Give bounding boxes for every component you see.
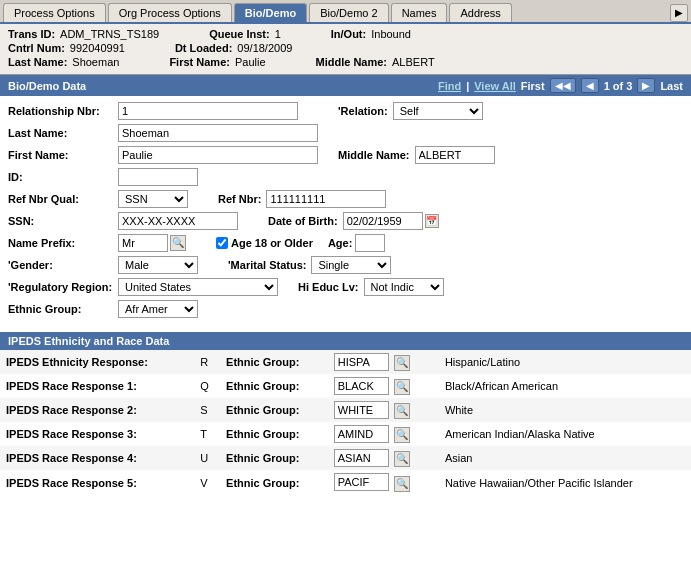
ipeds-search-icon[interactable]: 🔍 xyxy=(394,355,410,371)
gender-label: 'Gender: xyxy=(8,259,118,271)
middle-name-input[interactable] xyxy=(415,146,495,164)
ipeds-row: IPEDS Race Response 5: V Ethnic Group: 🔍… xyxy=(0,470,691,494)
id-input[interactable] xyxy=(118,168,198,186)
hi-educ-label: Hi Educ Lv: xyxy=(298,281,359,293)
tab-names[interactable]: Names xyxy=(391,3,448,22)
calendar-icon[interactable]: 📅 xyxy=(425,214,439,228)
dob-input[interactable] xyxy=(343,212,423,230)
ipeds-code: S xyxy=(194,398,220,422)
view-all-link[interactable]: View All xyxy=(474,80,516,92)
relation-select[interactable]: Self Spouse Dependent Other xyxy=(393,102,483,120)
tabs-bar: Process Options Org Process Options Bio/… xyxy=(0,0,691,24)
ipeds-code: R xyxy=(194,350,220,374)
ipeds-description: Asian xyxy=(439,446,691,470)
ipeds-eth-input[interactable] xyxy=(334,401,389,419)
ipeds-description: Black/African American xyxy=(439,374,691,398)
prev-nav-button[interactable]: ◀ xyxy=(581,78,599,93)
age18-container: Age 18 or Older Age: xyxy=(216,234,385,252)
bio-section-title: Bio/Demo Data xyxy=(8,80,86,92)
ethnic-group-row: Ethnic Group: Afr Amer White Hispanic As… xyxy=(8,300,683,318)
ipeds-search-icon[interactable]: 🔍 xyxy=(394,403,410,419)
ethnic-group-select[interactable]: Afr Amer White Hispanic Asian Other xyxy=(118,300,198,318)
ssn-label: SSN: xyxy=(8,215,118,227)
header-first-name-label: First Name: xyxy=(169,56,230,68)
ipeds-code: Q xyxy=(194,374,220,398)
relationship-nbr-input[interactable] xyxy=(118,102,298,120)
tab-org-process-options[interactable]: Org Process Options xyxy=(108,3,232,22)
header-first-name-value: Paulie xyxy=(235,56,266,68)
ipeds-search-icon[interactable]: 🔍 xyxy=(394,476,410,492)
gender-select[interactable]: Male Female xyxy=(118,256,198,274)
name-prefix-input[interactable] xyxy=(118,234,168,252)
first-name-input[interactable] xyxy=(118,146,318,164)
ipeds-eth-input[interactable] xyxy=(334,377,389,395)
tab-bio-demo-2[interactable]: Bio/Demo 2 xyxy=(309,3,388,22)
ipeds-search-icon[interactable]: 🔍 xyxy=(394,379,410,395)
hi-educ-select[interactable]: Not Indic High School Bachelor Master Do… xyxy=(364,278,444,296)
middle-name-label: Middle Name: xyxy=(338,149,410,161)
ipeds-response-label: IPEDS Race Response 1: xyxy=(0,374,194,398)
ipeds-eth-group-label: Ethnic Group: xyxy=(220,446,328,470)
tab-address[interactable]: Address xyxy=(449,3,511,22)
next-nav-button[interactable]: ▶ xyxy=(637,78,655,93)
ipeds-table: IPEDS Ethnicity Response: R Ethnic Group… xyxy=(0,350,691,495)
ipeds-eth-group-label: Ethnic Group: xyxy=(220,398,328,422)
name-prefix-search-icon[interactable]: 🔍 xyxy=(170,235,186,251)
first-nav-button[interactable]: ◀◀ xyxy=(550,78,576,93)
ipeds-eth-input[interactable] xyxy=(334,353,389,371)
queue-inst-label: Queue Inst: xyxy=(209,28,270,40)
gender-row: 'Gender: Male Female 'Marital Status: Si… xyxy=(8,256,683,274)
ipeds-description: Native Hawaiian/Other Pacific Islander xyxy=(439,470,691,494)
name-prefix-label: Name Prefix: xyxy=(8,237,118,249)
ssn-input[interactable] xyxy=(118,212,238,230)
header-last-name-value: Shoeman xyxy=(72,56,119,68)
last-name-input[interactable] xyxy=(118,124,318,142)
age-label: Age: xyxy=(328,237,352,249)
ipeds-eth-input-cell: 🔍 xyxy=(328,446,439,470)
bio-section-header: Bio/Demo Data Find | View All First ◀◀ ◀… xyxy=(0,75,691,96)
inout-label: In/Out: xyxy=(331,28,366,40)
tab-process-options[interactable]: Process Options xyxy=(3,3,106,22)
header-middle-name-value: ALBERT xyxy=(392,56,435,68)
ethnic-group-label: Ethnic Group: xyxy=(8,303,118,315)
ipeds-code: U xyxy=(194,446,220,470)
ipeds-eth-input-cell: 🔍 xyxy=(328,374,439,398)
ipeds-eth-input-cell: 🔍 xyxy=(328,398,439,422)
trans-id-label: Trans ID: xyxy=(8,28,55,40)
age-input[interactable] xyxy=(355,234,385,252)
ref-nbr-row: Ref Nbr Qual: SSN Other Ref Nbr: xyxy=(8,190,683,208)
ipeds-row: IPEDS Race Response 3: T Ethnic Group: 🔍… xyxy=(0,422,691,446)
last-name-label: Last Name: xyxy=(8,127,118,139)
dt-loaded-value: 09/18/2009 xyxy=(237,42,292,54)
reg-region-select[interactable]: United States Other xyxy=(118,278,278,296)
find-link[interactable]: Find xyxy=(438,80,461,92)
age18-checkbox[interactable] xyxy=(216,237,228,249)
first-label: First xyxy=(521,80,545,92)
id-row: ID: xyxy=(8,168,683,186)
queue-inst-value: 1 xyxy=(275,28,281,40)
ipeds-eth-group-label: Ethnic Group: xyxy=(220,470,328,494)
cntrl-num-value: 992040991 xyxy=(70,42,125,54)
form-area: Relationship Nbr: 'Relation: Self Spouse… xyxy=(0,96,691,328)
ipeds-response-label: IPEDS Race Response 5: xyxy=(0,470,194,494)
ipeds-eth-input-cell: 🔍 xyxy=(328,350,439,374)
ipeds-search-icon[interactable]: 🔍 xyxy=(394,427,410,443)
page-info: 1 of 3 xyxy=(604,80,633,92)
ref-nbr-input[interactable] xyxy=(266,190,386,208)
tab-scroll-arrow[interactable]: ▶ xyxy=(670,4,688,22)
ipeds-section-header: IPEDS Ethnicity and Race Data xyxy=(0,332,691,350)
tab-bio-demo[interactable]: Bio/Demo xyxy=(234,3,307,22)
marital-select[interactable]: Single Married Divorced Widowed xyxy=(311,256,391,274)
ipeds-eth-input[interactable] xyxy=(334,473,389,491)
first-name-row: First Name: Middle Name: xyxy=(8,146,683,164)
ipeds-code: T xyxy=(194,422,220,446)
ipeds-eth-input[interactable] xyxy=(334,449,389,467)
dob-label: Date of Birth: xyxy=(268,215,338,227)
ipeds-eth-input[interactable] xyxy=(334,425,389,443)
ipeds-search-icon[interactable]: 🔍 xyxy=(394,451,410,467)
ipeds-eth-group-label: Ethnic Group: xyxy=(220,422,328,446)
reg-region-label: 'Regulatory Region: xyxy=(8,281,118,293)
trans-id-value: ADM_TRNS_TS189 xyxy=(60,28,159,40)
last-label: Last xyxy=(660,80,683,92)
ref-nbr-qual-select[interactable]: SSN Other xyxy=(118,190,188,208)
